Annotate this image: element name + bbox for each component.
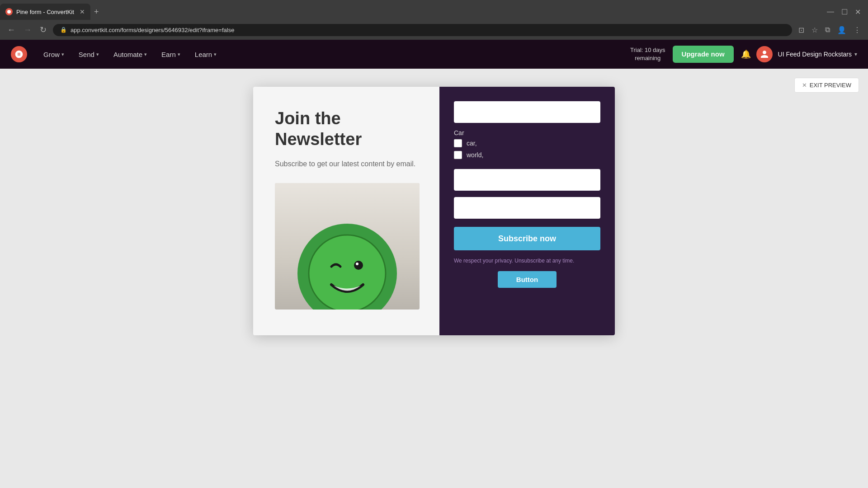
form-input-2[interactable] (454, 169, 600, 191)
forward-button[interactable]: → (22, 23, 33, 37)
exit-preview-label: EXIT PREVIEW (810, 82, 851, 89)
form-image (275, 183, 420, 310)
minimize-button[interactable]: — (823, 6, 838, 18)
user-avatar[interactable] (756, 46, 773, 62)
checkbox-group: Car car, world, (454, 129, 600, 163)
workspace-chevron-icon: ▾ (854, 51, 857, 57)
exit-preview-x-icon: ✕ (802, 82, 807, 89)
url-text: app.convertkit.com/forms/designers/56469… (71, 27, 234, 33)
bookmark-icon[interactable]: ☆ (810, 24, 820, 36)
svg-point-0 (7, 10, 11, 14)
form-right-panel: Car car, world, Subscribe now We respect… (439, 87, 615, 335)
upgrade-button[interactable]: Upgrade now (673, 46, 734, 63)
active-tab[interactable]: Pine form - ConvertKit ✕ (0, 4, 90, 20)
profile-icon[interactable]: 👤 (835, 24, 848, 36)
learn-chevron-icon: ▾ (214, 52, 217, 57)
automate-chevron-icon: ▾ (144, 52, 147, 57)
nav-earn[interactable]: Earn ▾ (154, 40, 188, 69)
main-content: ✕ EXIT PREVIEW Join the Newsletter Subsc… (0, 69, 868, 488)
form-subtitle: Subscribe to get our latest content by e… (275, 159, 421, 169)
svg-point-2 (354, 261, 363, 270)
tab-title: Pine form - ConvertKit (16, 9, 76, 15)
nav-grow[interactable]: Grow ▾ (36, 40, 71, 69)
form-input-3[interactable] (454, 197, 600, 219)
restore-button[interactable]: ☐ (838, 6, 851, 18)
extensions-icon[interactable]: ⧉ (823, 24, 832, 36)
send-chevron-icon: ▾ (96, 52, 99, 57)
checkbox-car-label: car, (467, 140, 477, 147)
bell-icon[interactable]: 🔔 (741, 49, 751, 59)
tab-bar: Pine form - ConvertKit ✕ + — ☐ ✕ (0, 0, 868, 20)
form-left-panel: Join the Newsletter Subscribe to get our… (253, 87, 439, 335)
close-tab-button[interactable]: ✕ (80, 8, 85, 15)
emoji-icon (297, 224, 397, 310)
new-tab-button[interactable]: + (94, 7, 99, 17)
reload-button[interactable]: ↻ (38, 23, 48, 37)
menu-icon[interactable]: ⋮ (852, 24, 863, 36)
svg-point-1 (309, 235, 386, 310)
back-button[interactable]: ← (5, 23, 17, 37)
nav-send[interactable]: Send ▾ (71, 40, 106, 69)
checkbox-group-label: Car (454, 129, 600, 136)
close-button[interactable]: ✕ (851, 6, 864, 18)
secondary-button[interactable]: Button (498, 271, 557, 288)
tab-favicon (5, 8, 13, 15)
nav-learn[interactable]: Learn ▾ (188, 40, 224, 69)
privacy-text: We respect your privacy. Unsubscribe at … (454, 257, 600, 265)
browser-toolbar: ← → ↻ 🔒 app.convertkit.com/forms/designe… (0, 20, 868, 40)
trial-text: Trial: 10 days remaining (630, 46, 665, 62)
form-preview-card: Join the Newsletter Subscribe to get our… (253, 87, 615, 335)
window-controls: — ☐ ✕ (823, 6, 868, 18)
checkbox-row-car: car, (454, 139, 600, 147)
checkbox-world[interactable] (454, 151, 462, 159)
nav-automate[interactable]: Automate ▾ (106, 40, 154, 69)
cast-icon[interactable]: ⊡ (797, 24, 806, 36)
toolbar-actions: ⊡ ☆ ⧉ 👤 ⋮ (797, 24, 863, 36)
address-bar[interactable]: 🔒 app.convertkit.com/forms/designers/564… (53, 24, 792, 36)
svg-point-3 (356, 263, 359, 265)
form-title: Join the Newsletter (275, 108, 421, 150)
workspace-selector[interactable]: UI Feed Design Rockstars ▾ (778, 51, 857, 58)
app-nav: Grow ▾ Send ▾ Automate ▾ Earn ▾ Learn ▾ … (0, 40, 868, 69)
browser-chrome: Pine form - ConvertKit ✕ + — ☐ ✕ ← → ↻ 🔒… (0, 0, 868, 40)
subscribe-button[interactable]: Subscribe now (454, 227, 600, 250)
exit-preview-button[interactable]: ✕ EXIT PREVIEW (794, 78, 859, 93)
form-input-1[interactable] (454, 101, 600, 123)
lock-icon: 🔒 (60, 27, 67, 33)
checkbox-row-world: world, (454, 151, 600, 159)
logo-button[interactable] (11, 46, 27, 62)
checkbox-car[interactable] (454, 139, 462, 147)
earn-chevron-icon: ▾ (178, 52, 180, 57)
checkbox-world-label: world, (467, 151, 483, 159)
grow-chevron-icon: ▾ (61, 52, 64, 57)
